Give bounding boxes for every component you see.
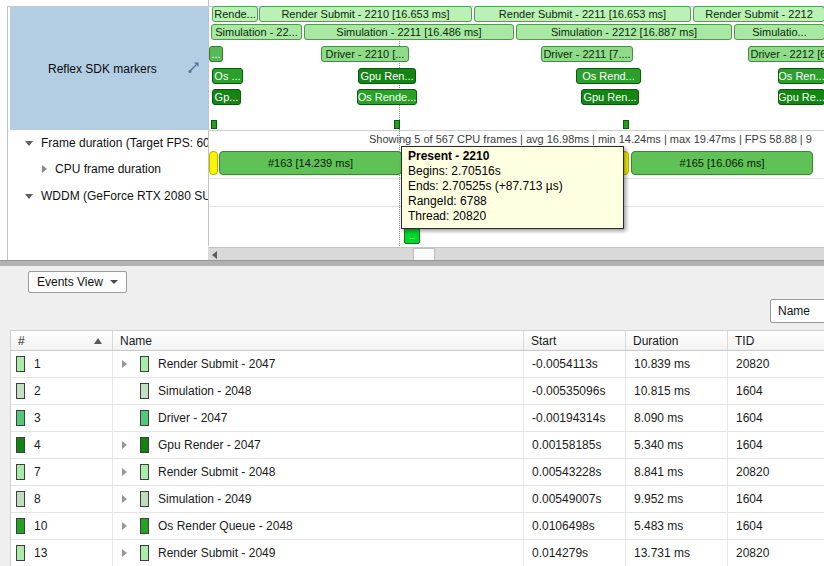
tid-cell: 1604 <box>728 378 824 404</box>
track-label-reflex-sdk-markers[interactable]: Reflex SDK markers <box>10 7 208 130</box>
start-cell: -0.00194314s <box>524 405 626 431</box>
column-header-duration[interactable]: Duration <box>626 331 728 350</box>
column-header-start[interactable]: Start <box>524 331 626 350</box>
cpu-frame-bar[interactable]: #163 [14.239 ms] <box>219 151 402 175</box>
expand-arrow[interactable] <box>122 468 127 476</box>
present-marker-tick[interactable] <box>623 120 629 129</box>
frame-stats-text: Showing 5 of 567 CPU frames | avg 16.98m… <box>369 133 812 145</box>
timeline-marker-bar[interactable]: Driver - 2211 [7.... <box>541 46 633 62</box>
event-name-cell: Render Submit - 2047 <box>113 351 524 377</box>
column-header-tid[interactable]: TID <box>728 331 824 350</box>
column-header-label: Name <box>120 334 152 348</box>
events-panel: Events View Name #NameStartDurationTID 1… <box>0 266 824 566</box>
pin-row-icon[interactable] <box>187 60 200 78</box>
timeline-marker-bar[interactable]: Os Ren... <box>778 68 824 84</box>
table-row[interactable]: 13Render Submit - 20490.014279s13.731 ms… <box>11 540 824 566</box>
timeline-marker-bar[interactable]: Render Submit - 2210 [16.653 ms] <box>259 6 472 22</box>
timeline-marker-bar[interactable]: Gpu Re... <box>778 89 824 105</box>
duration-cell: 9.952 ms <box>626 486 728 512</box>
view-selector-dropdown[interactable]: Events View <box>28 271 127 293</box>
event-color-swatch <box>16 383 25 399</box>
expand-arrow[interactable] <box>122 360 127 368</box>
table-row[interactable]: 8Simulation - 20490.00549007s9.952 ms160… <box>11 486 824 513</box>
panel-left-border <box>7 6 8 260</box>
duration-cell: 10.839 ms <box>626 351 728 377</box>
event-color-swatch <box>16 410 25 426</box>
row-number-cell: 13 <box>11 540 113 566</box>
event-color-swatch <box>140 464 149 480</box>
timeline-marker-bar[interactable]: Render Submit - 2211 [16.653 ms] <box>474 6 691 22</box>
event-name-cell: Gpu Render - 2047 <box>113 432 524 458</box>
event-name: Driver - 2047 <box>158 411 227 425</box>
selected-present-marker[interactable]: ... <box>404 228 420 244</box>
timeline-marker-bar[interactable]: Render Submit - 2212 <box>693 6 824 22</box>
track-row-cpu-frame-duration[interactable]: CPU frame duration <box>10 160 208 178</box>
horizontal-scrollbar[interactable] <box>208 247 824 260</box>
event-color-swatch <box>140 491 149 507</box>
expand-arrow[interactable] <box>122 441 127 449</box>
event-color-swatch <box>140 383 149 399</box>
track-row-wddm[interactable]: WDDM (GeForce RTX 2080 SUP <box>10 187 208 205</box>
event-color-swatch <box>140 518 149 534</box>
table-row[interactable]: 2Simulation - 2048-0.00535096s10.815 ms1… <box>11 378 824 405</box>
row-number: 13 <box>34 546 47 560</box>
duration-cell: 5.340 ms <box>626 432 728 458</box>
timeline-marker-bar[interactable]: Os Rende... <box>357 89 417 105</box>
start-cell: -0.00535096s <box>524 378 626 404</box>
tooltip-line: Thread: 20820 <box>408 209 617 224</box>
cpu-frame-bar[interactable] <box>209 151 218 175</box>
timeline-marker-bar[interactable]: Simulation - 22... <box>211 24 302 40</box>
table-row[interactable]: 7Render Submit - 20480.00543228s8.841 ms… <box>11 459 824 486</box>
expand-arrow[interactable] <box>122 495 127 503</box>
row-number-cell: 2 <box>11 378 113 404</box>
gridline <box>209 130 824 131</box>
timeline-marker-bar[interactable]: Gpu Ren... <box>358 68 416 84</box>
track-row-label: WDDM (GeForce RTX 2080 SUP <box>41 189 208 203</box>
row-number: 3 <box>34 411 41 425</box>
event-color-swatch <box>140 437 149 453</box>
name-filter-label: Name <box>778 304 810 318</box>
event-name: Render Submit - 2049 <box>158 546 275 560</box>
timeline-marker-bar[interactable]: ... <box>209 46 223 62</box>
tid-cell: 20820 <box>728 459 824 485</box>
table-row[interactable]: 4Gpu Render - 20470.00158185s5.340 ms160… <box>11 432 824 459</box>
event-name: Os Render Queue - 2048 <box>158 519 293 533</box>
timeline-marker-bar[interactable]: Simulation - 2212 [16.887 ms] <box>516 24 732 40</box>
chevron-down-icon <box>110 280 118 284</box>
table-row[interactable]: 1Render Submit - 2047-0.0054113s10.839 m… <box>11 351 824 378</box>
table-row[interactable]: 3Driver - 2047-0.00194314s8.090 ms1604 <box>11 405 824 432</box>
timeline-marker-bar[interactable]: Os Rend... <box>576 68 641 84</box>
collapse-arrow-icon[interactable] <box>25 141 33 146</box>
track-row-label: Frame duration (Target FPS: 60 <box>41 136 208 150</box>
event-color-swatch <box>16 437 25 453</box>
timeline-marker-bar[interactable]: Rende... <box>212 6 258 22</box>
tid-cell: 1604 <box>728 432 824 458</box>
timeline-marker-bar[interactable]: Os ... <box>212 68 243 84</box>
timeline-marker-bar[interactable]: Gpu Ren... <box>581 89 639 105</box>
name-filter-box[interactable]: Name <box>770 299 824 323</box>
column-header-name[interactable]: Name <box>113 331 524 350</box>
timeline-tracks-area[interactable]: Showing 5 of 567 CPU frames | avg 16.98m… <box>208 0 824 246</box>
timeline-marker-bar[interactable]: Simulation - 2211 [16.486 ms] <box>304 24 514 40</box>
track-row-frame-duration[interactable]: Frame duration (Target FPS: 60 <box>10 134 208 152</box>
expand-arrow[interactable] <box>122 549 127 557</box>
event-color-swatch <box>16 464 25 480</box>
timeline-marker-bar[interactable]: Simulatio... <box>734 24 824 40</box>
expand-arrow-icon[interactable] <box>42 165 47 173</box>
timeline-marker-bar[interactable]: Driver - 2212 [6... <box>748 46 824 62</box>
table-row[interactable]: 10Os Render Queue - 20480.0106498s5.483 … <box>11 513 824 540</box>
timeline-marker-bar[interactable]: Driver - 2210 [... <box>321 46 409 62</box>
events-table: #NameStartDurationTID 1Render Submit - 2… <box>10 330 824 566</box>
timeline-marker-bar[interactable]: Gp... <box>212 89 241 105</box>
row-number: 8 <box>34 492 41 506</box>
column-header-num[interactable]: # <box>11 331 113 350</box>
cpu-frame-bar[interactable]: #165 [16.066 ms] <box>631 151 813 175</box>
expand-arrow[interactable] <box>122 522 127 530</box>
tid-cell: 20820 <box>728 540 824 566</box>
scroll-left-arrow-icon[interactable] <box>212 251 217 259</box>
collapse-arrow-icon[interactable] <box>25 194 33 199</box>
present-marker-tick[interactable] <box>211 120 217 129</box>
column-header-label: Duration <box>633 334 678 348</box>
event-name-cell: Driver - 2047 <box>113 405 524 431</box>
present-marker-tick[interactable] <box>394 120 400 129</box>
